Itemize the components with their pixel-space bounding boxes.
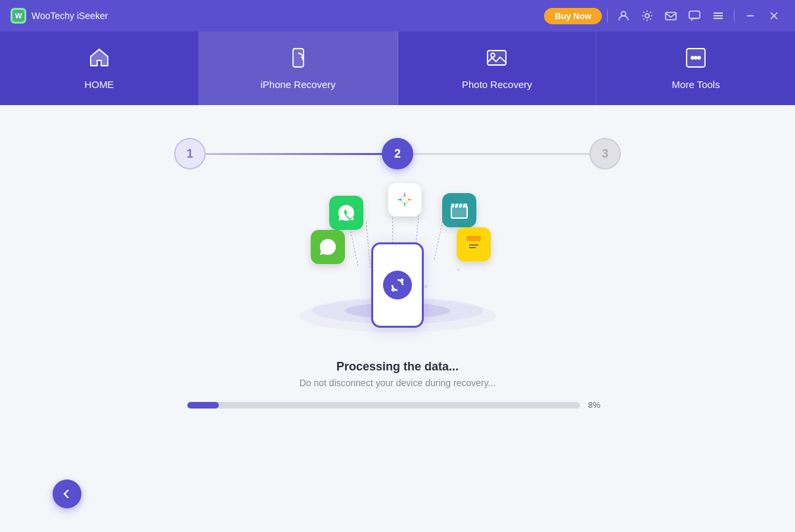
- nav-photo-label: Photo Recovery: [462, 79, 532, 90]
- messages-icon: [311, 230, 345, 264]
- close-button[interactable]: [763, 5, 784, 26]
- svg-rect-28: [466, 236, 481, 241]
- svg-rect-5: [689, 11, 700, 18]
- dashed-line-2: [366, 222, 371, 268]
- back-button[interactable]: [53, 479, 81, 508]
- stepper: 1 2 3: [174, 138, 621, 169]
- notes-icon: [457, 227, 491, 261]
- iphone-recovery-icon: [287, 47, 309, 74]
- video-icon: [442, 193, 476, 227]
- processing-title: Processing the data...: [336, 360, 459, 374]
- progress-percent: 8%: [588, 400, 608, 410]
- nav-bar: HOME iPhone Recovery Photo Recovery: [0, 32, 795, 105]
- title-bar-left: W WooTechy iSeeker: [11, 8, 108, 24]
- progress-fill: [187, 402, 219, 409]
- account-icon[interactable]: [613, 5, 634, 26]
- buy-now-button[interactable]: Buy Now: [544, 8, 602, 24]
- nav-item-iphone-recovery[interactable]: iPhone Recovery: [199, 32, 398, 105]
- illustration: [266, 183, 529, 353]
- nav-item-more-tools[interactable]: More Tools: [597, 32, 795, 105]
- photo-recovery-icon: [486, 47, 508, 74]
- processing-subtitle: Do not disconnect your device during rec…: [300, 378, 496, 388]
- svg-rect-4: [666, 12, 676, 20]
- svg-point-20: [401, 196, 408, 203]
- app-name: WooTechy iSeeker: [32, 11, 108, 21]
- nav-iphone-label: iPhone Recovery: [261, 79, 336, 90]
- step-1: 1: [174, 138, 206, 169]
- menu-icon[interactable]: [708, 5, 729, 26]
- svg-point-17: [694, 56, 697, 59]
- step-line-1: [204, 153, 383, 155]
- nav-item-home[interactable]: HOME: [0, 32, 199, 105]
- mail-icon[interactable]: [660, 5, 681, 26]
- dot-2: [424, 284, 428, 288]
- divider: [607, 9, 608, 22]
- svg-text:W: W: [15, 12, 22, 20]
- nav-more-label: More Tools: [672, 79, 720, 90]
- main-content: 1 2 3: [0, 105, 795, 532]
- home-icon: [88, 47, 110, 74]
- phone-device: [371, 242, 424, 328]
- chat-icon[interactable]: [684, 5, 705, 26]
- more-tools-icon: [685, 47, 707, 74]
- settings-icon[interactable]: [637, 5, 658, 26]
- whatsapp-icon: [329, 196, 363, 230]
- title-bar: W WooTechy iSeeker Buy Now: [0, 0, 795, 32]
- minimize-button[interactable]: [740, 5, 761, 26]
- step-2: 2: [382, 138, 413, 169]
- phone-refresh-icon: [383, 271, 412, 299]
- svg-point-3: [645, 14, 649, 18]
- svg-rect-21: [451, 206, 467, 218]
- dot-3: [457, 268, 460, 271]
- progress-container: 8%: [187, 400, 608, 410]
- svg-point-16: [691, 56, 694, 59]
- app-logo: W: [11, 8, 26, 24]
- step-line-2: [412, 153, 591, 155]
- svg-point-18: [698, 56, 700, 59]
- progress-track: [187, 402, 580, 409]
- nav-item-photo-recovery[interactable]: Photo Recovery: [398, 32, 597, 105]
- step-3: 3: [589, 138, 621, 169]
- nav-home-label: HOME: [84, 79, 114, 90]
- svg-rect-13: [488, 51, 506, 65]
- divider2: [734, 9, 735, 22]
- photos-icon: [388, 183, 422, 217]
- title-bar-right: Buy Now: [544, 5, 784, 26]
